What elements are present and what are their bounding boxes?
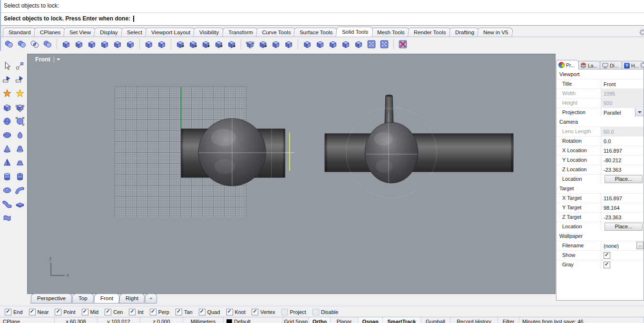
round-hole-icon[interactable]: [302, 39, 313, 50]
checkbox-perp[interactable]: [150, 309, 156, 315]
explode-icon[interactable]: [1, 88, 13, 99]
menu-tab-set-view[interactable]: Set View: [63, 28, 96, 37]
cylinder-icon[interactable]: [1, 171, 13, 182]
panel-value-text[interactable]: -23.363: [604, 213, 621, 222]
menu-tab-solid-tools[interactable]: Solid Tools: [335, 27, 373, 37]
checkbox-vertex[interactable]: [252, 309, 258, 315]
paraboloid-icon[interactable]: [14, 129, 26, 141]
panel-tab-pr[interactable]: Pr...: [556, 60, 579, 69]
checkbox-mid[interactable]: [82, 309, 88, 315]
sphere-fit-points-icon[interactable]: [14, 116, 26, 127]
status-minutes-from-last-save-46[interactable]: Minutes from last save: 46: [519, 317, 644, 323]
menu-tab-curve-tools[interactable]: Curve Tools: [256, 28, 296, 37]
status-y-103-012[interactable]: y 103.012: [98, 317, 140, 323]
panel-value-text[interactable]: Parallel: [604, 108, 621, 117]
command-prompt-line[interactable]: Select objects to lock. Press Enter when…: [1, 13, 644, 26]
shear-solid-icon[interactable]: [270, 39, 282, 50]
ball-valve-model-right[interactable]: [325, 95, 513, 198]
move-face-icon[interactable]: [257, 39, 269, 50]
panel-row-value[interactable]: Front: [601, 79, 644, 88]
panel-row-value[interactable]: [601, 251, 644, 260]
move-hole-icon[interactable]: [340, 39, 351, 50]
panel-row-value[interactable]: -23.363: [601, 165, 644, 174]
osnap-item-cen[interactable]: Cen: [105, 309, 123, 315]
menu-tab-select[interactable]: Select: [121, 28, 147, 37]
tube-icon[interactable]: [14, 171, 26, 182]
extrude-to-boundary-icon[interactable]: [226, 39, 237, 50]
polyhedron-icon[interactable]: [73, 39, 85, 50]
viewport-tab-top[interactable]: Top: [72, 294, 94, 303]
status-grid-snap[interactable]: Grid Snap: [283, 317, 309, 323]
menu-tab-standard[interactable]: Standard: [2, 28, 36, 37]
pipe-icon[interactable]: [14, 185, 26, 196]
osnap-item-vertex[interactable]: Vertex: [252, 309, 275, 315]
status-x-60-308[interactable]: x 60.308: [55, 317, 98, 323]
split-solid-icon[interactable]: [86, 39, 98, 50]
extrude-planar-curve-icon[interactable]: [60, 39, 72, 50]
panel-value-text[interactable]: Front: [604, 80, 616, 88]
status-ortho[interactable]: Ortho: [309, 317, 331, 323]
osnap-item-quad[interactable]: Quad: [199, 309, 220, 315]
menu-tab-viewport-layout[interactable]: Viewport Layout: [145, 28, 195, 37]
panel-options-gear-icon[interactable]: [640, 62, 644, 69]
checkbox-tan[interactable]: [176, 309, 182, 315]
panel-row-value[interactable]: 0.0: [601, 137, 644, 146]
panel-value-text[interactable]: (none): [604, 242, 619, 250]
osnap-item-perp[interactable]: Perp: [150, 309, 169, 315]
torus-icon[interactable]: [1, 185, 13, 196]
delete-hole-icon[interactable]: [397, 39, 409, 50]
status-millimeters[interactable]: Millimeters: [183, 317, 224, 323]
menu-tab-transform[interactable]: Transform: [222, 28, 258, 37]
checkbox-project[interactable]: [281, 309, 288, 315]
viewport-tab-front[interactable]: Front: [94, 294, 119, 303]
boolean-union-icon[interactable]: [3, 39, 15, 50]
panel-tab-di[interactable]: Di...: [600, 61, 623, 69]
pipe-flat-caps-icon[interactable]: [1, 198, 13, 210]
status-cplane[interactable]: CPlane: [0, 317, 55, 323]
menu-tab-visibility[interactable]: Visibility: [193, 28, 224, 37]
copy-hole-icon[interactable]: [353, 39, 364, 50]
menu-tab-cplanes[interactable]: CPlanes: [34, 28, 66, 37]
solid-points-on-icon[interactable]: [244, 39, 256, 50]
checkbox-quad[interactable]: [199, 309, 205, 315]
status-gumball[interactable]: Gumball: [421, 317, 450, 323]
extrude-surface-along-curve-icon[interactable]: [200, 39, 212, 50]
status-default[interactable]: Default: [224, 317, 283, 323]
panel-row-value[interactable]: Parallel: [601, 108, 644, 117]
osnap-item-int[interactable]: Int: [129, 309, 143, 315]
panel-row-value[interactable]: 116.897: [601, 194, 644, 203]
tab-options-gear-icon[interactable]: [639, 29, 644, 36]
control-points-on-icon[interactable]: [14, 60, 26, 72]
dropdown-arrow-button[interactable]: [635, 108, 644, 117]
checkbox-show[interactable]: [604, 252, 610, 259]
osnap-item-project[interactable]: Project: [281, 309, 306, 315]
create-solid-icon[interactable]: [125, 39, 136, 50]
osnap-item-point[interactable]: Point: [55, 309, 75, 315]
cap-planar-holes-icon[interactable]: [99, 39, 110, 50]
status-smarttrack[interactable]: SmartTrack: [383, 317, 421, 323]
status-planar[interactable]: Planar: [331, 317, 358, 323]
panel-value-text[interactable]: -80.212: [604, 156, 621, 165]
viewport-tab-right[interactable]: Right: [119, 294, 145, 303]
boolean-two-objects-icon[interactable]: [42, 39, 53, 50]
sphere-icon[interactable]: [1, 116, 13, 127]
slab-icon[interactable]: [14, 198, 26, 210]
menu-tab-display[interactable]: Display: [94, 28, 123, 37]
extrude-both-sides-icon[interactable]: [213, 39, 224, 50]
checkbox-cen[interactable]: [105, 309, 111, 315]
menu-tab-render-tools[interactable]: Render Tools: [408, 28, 451, 37]
panel-tab-la[interactable]: La...: [578, 61, 601, 69]
panel-row-value[interactable]: -80.212: [601, 156, 644, 165]
boolean-difference-icon[interactable]: [16, 39, 28, 50]
viewport-title-menu[interactable]: Front: [35, 56, 60, 63]
checkbox-int[interactable]: [129, 309, 136, 315]
checkbox-end[interactable]: [5, 309, 11, 315]
ellipsoid-icon[interactable]: [1, 129, 13, 141]
box-3-point-icon[interactable]: [14, 102, 26, 113]
box-icon[interactable]: [143, 39, 155, 50]
box-diagonal-icon[interactable]: [156, 39, 167, 50]
panel-value-text[interactable]: 116.897: [604, 147, 622, 155]
show-objects-icon[interactable]: [14, 74, 26, 86]
smash-icon[interactable]: [14, 88, 26, 99]
panel-value-text[interactable]: 116.897: [604, 194, 622, 203]
